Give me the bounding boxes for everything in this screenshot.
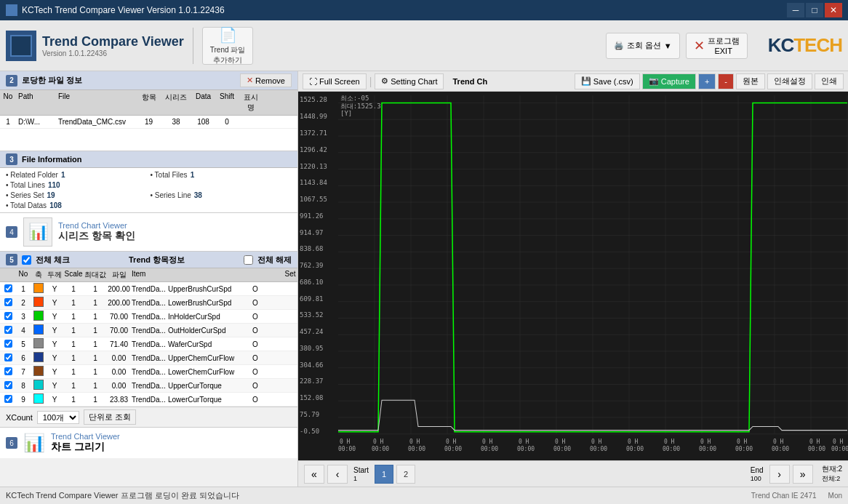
item-name-4: OutHolderCurSpd [168,327,248,335]
x-label-3t: 00:00 [408,444,425,452]
y-label-9: 838.68 [300,245,323,252]
items-scroll[interactable]: 1 Y 1 1 200.00 TrendDa... UpperBrushCurS… [0,282,297,407]
color-swatch-5 [33,338,44,348]
add-trend-file-button[interactable]: 📄 Trend 파일추가하기 [202,27,254,65]
print-settings-button[interactable]: 인쇄설정 [767,73,812,89]
item-row-5[interactable]: 5 Y 1 1 71.40 TrendDa... WaferCurSpd O [0,337,297,351]
original-button[interactable]: 원본 [736,73,765,89]
item-check-7[interactable] [0,367,16,377]
items-table: No 축 두께 Scale 최대값 파일 Item Set 1 [0,268,297,407]
item-check-2[interactable] [0,298,16,308]
item-row-6[interactable]: 6 Y 1 1 0.00 TrendDa... UpperChemCurFlow… [0,351,297,365]
item-color-6 [31,352,47,364]
chart-info-unit: [Y] [340,110,352,117]
x-label-14t: 00:00 [808,444,825,452]
save-csv-button[interactable]: 💾 Save (.csv) [575,73,640,89]
exit-button[interactable]: ✕ 프로그램EXIT [686,33,748,59]
total-datas-value: 108 [49,201,62,209]
item-set-1: O [248,285,263,293]
section2-title: 로당한 파일 정보 [22,75,82,86]
minus-button[interactable]: - [718,73,734,89]
fullscreen-button[interactable]: ⛶ Full Screen [303,73,367,89]
item-no-3: 3 [16,313,31,321]
main-layout: 2 로당한 파일 정보 ✕ Remove No Path File 항목 시리즈… [0,71,848,487]
nav-last-button[interactable]: » [793,465,813,484]
row-items: 19 [136,117,161,127]
all-clear-checkbox[interactable] [244,255,253,265]
file-table-row[interactable]: 1 D:\W... TrendData_CMC.csv 19 38 108 0 [0,116,297,129]
remove-label: Remove [255,76,285,85]
item-check-3[interactable] [0,312,16,321]
x-label-6t: 00:00 [517,444,535,452]
col-header-path: Path [16,92,56,113]
item-check-5[interactable] [0,340,16,349]
item-row-9[interactable]: 9 Y 1 1 23.83 TrendDa... LowerCurTorque … [0,393,297,407]
y-label-7: 991.26 [300,212,323,220]
title-bar-controls: ─ □ ✕ [787,3,842,17]
chart-viewer-title: Trend Chart Viewer [58,221,135,230]
item-set-6: O [248,354,263,362]
item-row-7[interactable]: 7 Y 1 1 0.00 TrendDa... LowerChemCurFlow… [0,365,297,379]
maximize-button[interactable]: □ [806,3,823,17]
view-options-label: 조회 옵션 [627,40,661,51]
plus-button[interactable]: + [698,73,716,89]
item-file-7: TrendDa... [132,368,168,376]
chart-canvas: 1525.28 1448.99 1372.71 1296.42 1220.13 … [298,92,848,460]
app-title-block: Trend Compare Viewer Version 1.0.1.22436 [42,34,184,57]
capture-button[interactable]: 📷 Capture [642,73,696,89]
nav-page-2-button[interactable]: 2 [396,465,415,484]
x-label-2t: 00:00 [372,444,389,452]
col-h-maxval: 최대값 [84,270,106,280]
toolbar-divider-1 [193,28,193,64]
item-no-4: 4 [16,327,31,335]
nav-first-button[interactable]: « [304,465,324,484]
item-check-9[interactable] [0,395,16,404]
print-button[interactable]: 인쇄 [815,73,844,89]
section6: 6 📊 Trend Chart Viewer 차트 그리기 [0,427,297,458]
item-name-1: UpperBrushCurSpd [168,285,248,293]
item-set-9: O [248,396,263,404]
item-row-1[interactable]: 1 Y 1 1 200.00 TrendDa... UpperBrushCurS… [0,282,297,296]
item-check-1[interactable] [0,284,16,294]
item-check-6[interactable] [0,353,16,363]
item-name-2: LowerBrushCurSpd [168,299,248,307]
item-row-3[interactable]: 3 Y 1 1 70.00 TrendDa... InHolderCurSpd … [0,310,297,324]
mon-label: Mon [828,492,842,500]
item-check-4[interactable] [0,326,16,335]
view-options-button[interactable]: 🖨️ 조회 옵션 ▼ [606,33,680,59]
setting-chart-button[interactable]: ⚙ Setting Chart [375,73,444,89]
item-row-4[interactable]: 4 Y 1 1 70.00 TrendDa... OutHolderCurSpd… [0,324,297,337]
all-check-checkbox[interactable] [22,255,31,265]
nav-next-button[interactable]: › [769,465,790,484]
xcount-label: XCount [6,413,33,422]
chart-toolbar: ⛶ Full Screen | ⚙ Setting Chart Trend Ch… [298,71,848,92]
minimize-button[interactable]: ─ [787,3,804,17]
x-label-4t: 00:00 [444,444,462,452]
chart-toolbar-right: 💾 Save (.csv) 📷 Capture + - 원본 인쇄설정 인쇄 [575,73,844,89]
nav-prev-button[interactable]: ‹ [327,465,348,484]
chart-icon-glyph: 📊 [28,223,48,241]
item-file-8: TrendDa... [132,382,168,390]
item-color-2 [31,297,47,308]
nav-page-1-button[interactable]: 1 [375,465,393,484]
item-no-2: 2 [16,299,31,307]
fullscreen-icon: ⛶ [309,77,317,86]
nav-right-group: End100 › » 현재:2전체:2 [748,464,842,484]
section5-num: 5 [6,254,17,265]
y-label-13: 533.52 [300,311,323,319]
item-axis-9: Y [47,396,63,404]
spacer [151,181,151,189]
item-row-2[interactable]: 2 Y 1 1 200.00 TrendDa... LowerBrushCurS… [0,296,297,310]
item-color-4 [31,324,47,336]
item-axis-7: Y [47,368,63,376]
item-row-8[interactable]: 8 Y 1 1 0.00 TrendDa... UpperCurTorque O [0,379,297,393]
close-button[interactable]: ✕ [825,3,842,17]
col-h-check [0,270,16,280]
xcount-select[interactable]: 100개 200개 500개 [37,411,79,424]
remove-button[interactable]: ✕ Remove [240,73,292,87]
exit-label: 프로그램EXIT [708,36,740,55]
unit-view-button[interactable]: 단위로 조회 [84,409,136,425]
chart-draw-title: Trend Chart Viewer [51,432,120,441]
series-set-value: 19 [47,191,55,199]
item-check-8[interactable] [0,381,16,391]
